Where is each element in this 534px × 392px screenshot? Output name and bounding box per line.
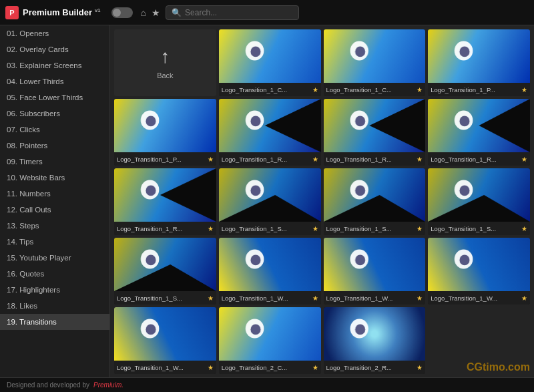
- app-title: Premium Builder v1: [23, 7, 101, 17]
- thumbnail-card[interactable]: Logo_Transition_1_S...★: [324, 168, 426, 235]
- thumbnail-card[interactable]: Logo_Transition_1_W...★: [114, 307, 216, 374]
- favorite-star-icon[interactable]: ★: [417, 364, 423, 371]
- sidebar-item-7[interactable]: 07. Clicks: [0, 122, 109, 138]
- sidebar-item-3[interactable]: 03. Explainer Screens: [0, 57, 109, 73]
- main-area: 01. Openers02. Overlay Cards03. Explaine…: [0, 25, 534, 377]
- favorite-star-icon[interactable]: ★: [417, 86, 423, 93]
- favorite-star-icon[interactable]: ★: [417, 156, 423, 163]
- sidebar: 01. Openers02. Overlay Cards03. Explaine…: [0, 25, 110, 377]
- favorites-icon[interactable]: ★: [152, 7, 160, 18]
- thumbnail-label: Logo_Transition_1_W...★: [114, 361, 216, 374]
- sidebar-item-12[interactable]: 12. Call Outs: [0, 202, 109, 218]
- sidebar-item-17[interactable]: 17. Highlighters: [0, 282, 109, 298]
- app-title-text: Premium Builder: [23, 7, 92, 17]
- thumbnail-label-text: Logo_Transition_1_S...: [117, 295, 182, 302]
- thumbnail-label-text: Logo_Transition_1_C...: [222, 86, 287, 93]
- thumbnail-card[interactable]: Logo_Transition_1_P...★: [428, 29, 530, 96]
- thumbnail-label: Logo_Transition_1_S...★: [428, 222, 530, 235]
- thumbnail-label: Logo_Transition_1_C...★: [219, 83, 321, 96]
- favorite-star-icon[interactable]: ★: [312, 364, 318, 371]
- sidebar-item-9[interactable]: 09. Timers: [0, 154, 109, 170]
- sidebar-item-2[interactable]: 02. Overlay Cards: [0, 41, 109, 57]
- sidebar-item-15[interactable]: 15. Youtube Player: [0, 250, 109, 266]
- favorite-star-icon[interactable]: ★: [208, 364, 214, 371]
- thumbnail-label: Logo_Transition_1_R...★: [114, 222, 216, 235]
- thumbnail-preview: [324, 99, 426, 152]
- thumbnail-preview: [324, 307, 426, 361]
- thumbnail-card[interactable]: Logo_Transition_1_P...★: [114, 99, 216, 166]
- thumbnail-card[interactable]: Logo_Transition_2_C...★: [219, 307, 321, 374]
- favorite-star-icon[interactable]: ★: [417, 295, 423, 302]
- thumbnail-label-text: Logo_Transition_1_R...: [222, 156, 287, 163]
- sidebar-item-5[interactable]: 05. Face Lower Thirds: [0, 89, 109, 106]
- thumbnail-preview: [324, 238, 426, 291]
- thumbnail-card[interactable]: Logo_Transition_1_S...★: [219, 168, 321, 235]
- search-input[interactable]: [185, 8, 293, 17]
- thumbnail-label: Logo_Transition_1_S...★: [324, 222, 426, 235]
- sidebar-item-13[interactable]: 13. Steps: [0, 218, 109, 234]
- favorite-star-icon[interactable]: ★: [312, 225, 318, 232]
- home-icon[interactable]: ⌂: [141, 7, 146, 18]
- thumbnail-label: Logo_Transition_2_C...★: [219, 361, 321, 374]
- favorite-star-icon[interactable]: ★: [312, 86, 318, 93]
- favorite-star-icon[interactable]: ★: [208, 295, 214, 302]
- sidebar-item-4[interactable]: 04. Lower Thirds: [0, 73, 109, 89]
- sidebar-item-6[interactable]: 06. Subscribers: [0, 106, 109, 122]
- thumbnail-card[interactable]: Logo_Transition_1_S...★: [114, 238, 216, 305]
- thumbnail-label: Logo_Transition_1_S...★: [219, 222, 321, 235]
- sidebar-item-10[interactable]: 10. Website Bars: [0, 170, 109, 186]
- favorite-star-icon[interactable]: ★: [521, 86, 527, 93]
- sidebar-item-14[interactable]: 14. Tips: [0, 234, 109, 250]
- thumbnail-label-text: Logo_Transition_1_S...: [222, 225, 287, 232]
- favorite-star-icon[interactable]: ★: [208, 225, 214, 232]
- thumbnail-card[interactable]: Logo_Transition_1_R...★: [324, 99, 426, 166]
- thumbnail-card[interactable]: Logo_Transition_2_R...★: [324, 307, 426, 374]
- thumbnail-card[interactable]: Logo_Transition_1_R...★: [219, 99, 321, 166]
- thumbnail-card[interactable]: Logo_Transition_1_S...★: [428, 168, 530, 235]
- favorite-star-icon[interactable]: ★: [521, 295, 527, 302]
- app-version: v1: [95, 7, 101, 13]
- thumbnail-preview: [114, 307, 216, 361]
- sidebar-item-11[interactable]: 11. Numbers: [0, 186, 109, 202]
- thumbnail-card[interactable]: Logo_Transition_1_C...★: [324, 29, 426, 96]
- sidebar-item-18[interactable]: 18. Likes: [0, 298, 109, 314]
- favorite-star-icon[interactable]: ★: [312, 156, 318, 163]
- footer: Designed and developed by Premiuim.: [0, 377, 534, 392]
- thumbnail-card[interactable]: Logo_Transition_1_W...★: [428, 238, 530, 305]
- thumbnail-label-text: Logo_Transition_1_P...: [117, 156, 182, 163]
- thumbnail-card[interactable]: Logo_Transition_1_R...★: [428, 99, 530, 166]
- thumbnail-card[interactable]: Logo_Transition_1_W...★: [219, 238, 321, 305]
- nav-icons: ⌂ ★: [141, 7, 160, 18]
- thumbnail-label-text: Logo_Transition_1_S...: [326, 225, 392, 232]
- thumbnail-label: Logo_Transition_2_R...★: [324, 361, 426, 374]
- thumbnail-label-text: Logo_Transition_1_R...: [326, 156, 392, 163]
- thumbnail-card[interactable]: Logo_Transition_1_R...★: [114, 168, 216, 235]
- search-icon: 🔍: [172, 8, 182, 17]
- favorite-star-icon[interactable]: ★: [521, 225, 527, 232]
- favorite-star-icon[interactable]: ★: [521, 156, 527, 163]
- thumbnail-label: Logo_Transition_1_S...★: [114, 291, 216, 305]
- favorite-star-icon[interactable]: ★: [312, 295, 318, 302]
- sidebar-item-1[interactable]: 01. Openers: [0, 25, 109, 41]
- favorite-star-icon[interactable]: ★: [208, 156, 214, 163]
- back-label: Back: [157, 71, 173, 79]
- toggle-button[interactable]: [111, 7, 133, 18]
- sidebar-item-16[interactable]: 16. Quotes: [0, 266, 109, 282]
- favorite-star-icon[interactable]: ★: [417, 225, 423, 232]
- thumbnail-preview: [324, 29, 426, 83]
- thumbnail-label-text: Logo_Transition_1_C...: [326, 86, 392, 93]
- sidebar-item-19[interactable]: 19. Transitions: [0, 314, 109, 330]
- thumbnail-label: Logo_Transition_1_W...★: [219, 291, 321, 305]
- header: P Premium Builder v1 ⌂ ★ 🔍: [0, 0, 534, 25]
- back-button[interactable]: ↑ Back: [114, 29, 216, 96]
- thumbnail-preview: [219, 168, 321, 222]
- thumbnail-label: Logo_Transition_1_R...★: [324, 152, 426, 166]
- sidebar-item-8[interactable]: 08. Pointers: [0, 138, 109, 154]
- thumbnail-label-text: Logo_Transition_1_W...: [222, 295, 288, 302]
- thumbnail-label-text: Logo_Transition_1_R...: [431, 156, 496, 163]
- app-logo: P Premium Builder v1: [5, 6, 101, 19]
- thumbnail-label-text: Logo_Transition_1_S...: [431, 225, 496, 232]
- thumbnail-preview: [428, 238, 530, 291]
- thumbnail-card[interactable]: Logo_Transition_1_W...★: [324, 238, 426, 305]
- thumbnail-card[interactable]: Logo_Transition_1_C...★: [219, 29, 321, 96]
